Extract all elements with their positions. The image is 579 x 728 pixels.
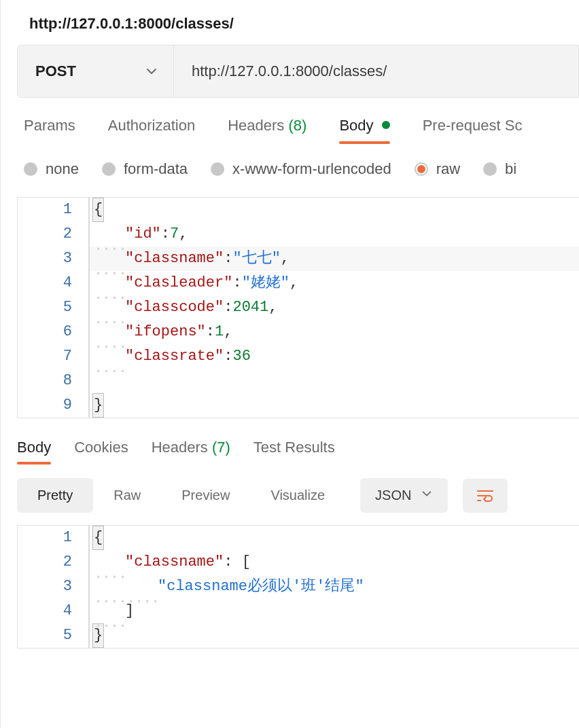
tab-headers[interactable]: Headers (8) (228, 117, 306, 144)
response-format-value: JSON (375, 488, 411, 503)
line-number: 5 (18, 295, 90, 320)
wrap-icon (476, 488, 494, 503)
radio-dot-icon (24, 162, 37, 176)
radio-binary-label: bi (505, 160, 516, 178)
line-number: 7 (18, 344, 90, 369)
line-number: 3 (18, 575, 90, 599)
request-tab-title: http://127.0.0.1:8000/classes/ (1, 0, 579, 45)
code-content: } (90, 623, 579, 648)
line-number: 6 (18, 320, 90, 344)
method-select[interactable]: POST (18, 46, 174, 97)
code-content: "classrate":36 (90, 344, 579, 369)
view-visualize-button[interactable]: Visualize (250, 478, 345, 513)
radio-raw[interactable]: raw (415, 160, 460, 178)
tab-headers-label: Headers (228, 117, 284, 134)
line-number: 3 (18, 247, 90, 271)
line-number: 8 (18, 369, 90, 393)
radio-dot-icon (102, 162, 116, 176)
code-line: 2"id":7, (18, 222, 579, 247)
code-line: 9} (18, 393, 579, 418)
request-config-tabs: Params Authorization Headers (8) Body Pr… (1, 98, 579, 144)
tab-prerequest[interactable]: Pre-request Sc (423, 117, 523, 144)
code-content: "id":7, (90, 222, 579, 247)
code-content: "classname": [ (90, 550, 579, 575)
line-number: 5 (18, 623, 90, 648)
body-changed-dot-icon (382, 121, 390, 129)
url-value: http://127.0.0.1:8000/classes/ (192, 62, 387, 80)
view-raw-button[interactable]: Raw (93, 478, 161, 513)
radio-binary[interactable]: bi (483, 160, 516, 178)
radio-dot-icon (211, 162, 224, 176)
line-number: 4 (18, 271, 90, 295)
tab-headers-count: (8) (289, 117, 307, 134)
code-content: "ifopens":1, (90, 320, 579, 344)
radio-xwww[interactable]: x-www-form-urlencoded (211, 160, 391, 178)
body-type-radios: none form-data x-www-form-urlencoded raw… (1, 144, 579, 185)
line-number: 1 (18, 198, 90, 222)
resp-tab-cookies[interactable]: Cookies (74, 439, 128, 465)
view-mode-group: Pretty Raw Preview Visualize (17, 478, 345, 513)
method-value: POST (35, 62, 76, 80)
tab-params[interactable]: Params (24, 117, 75, 144)
code-content: { (90, 526, 579, 550)
resp-tab-headers[interactable]: Headers (7) (152, 439, 230, 465)
code-content: "classcode":2041, (90, 295, 579, 320)
chevron-down-icon (421, 488, 433, 503)
view-pretty-button[interactable]: Pretty (17, 478, 93, 513)
line-number: 2 (18, 222, 90, 247)
line-number: 2 (18, 550, 90, 575)
radio-dot-icon (415, 162, 428, 176)
code-line: 2"classname": [ (18, 550, 579, 575)
request-bar: POST http://127.0.0.1:8000/classes/ (17, 45, 579, 98)
code-content: "clasleader":"姥姥", (90, 271, 579, 295)
response-tabs: Body Cookies Headers (7) Test Results (1, 418, 579, 465)
code-line: 1{ (18, 526, 579, 550)
wrap-lines-button[interactable] (463, 479, 508, 513)
radio-form-data[interactable]: form-data (102, 160, 188, 178)
url-input[interactable]: http://127.0.0.1:8000/classes/ (174, 46, 578, 97)
response-format-select[interactable]: JSON (360, 478, 448, 513)
view-preview-button[interactable]: Preview (161, 478, 250, 513)
radio-xwww-label: x-www-form-urlencoded (232, 160, 391, 178)
response-view-bar: Pretty Raw Preview Visualize JSON (1, 465, 579, 513)
line-number: 1 (18, 526, 90, 550)
code-line: 1{ (18, 198, 579, 222)
code-content (90, 369, 579, 393)
resp-tab-headers-label: Headers (152, 439, 208, 456)
chevron-down-icon (145, 65, 158, 78)
resp-tab-test-results[interactable]: Test Results (253, 439, 335, 465)
resp-tab-headers-count: (7) (212, 439, 230, 456)
code-content: "classname必须以'班'结尾" (90, 575, 579, 599)
code-content: { (90, 198, 579, 222)
line-number: 9 (18, 393, 90, 418)
line-number: 4 (18, 599, 90, 623)
radio-raw-label: raw (436, 160, 460, 178)
resp-tab-body[interactable]: Body (17, 439, 51, 465)
tab-body[interactable]: Body (339, 117, 389, 144)
code-content: "classname":"七七", (90, 247, 579, 271)
radio-none-label: none (46, 160, 79, 178)
response-body-viewer[interactable]: 1{2"classname": [3"classname必须以'班'结尾"4]5… (17, 525, 579, 649)
radio-none[interactable]: none (24, 160, 79, 178)
tab-body-label: Body (339, 117, 373, 134)
request-body-editor[interactable]: 1{2"id":7,3"classname":"七七",4"clasleader… (17, 197, 579, 418)
code-content: ] (90, 599, 579, 623)
radio-dot-icon (483, 162, 497, 176)
radio-form-data-label: form-data (124, 160, 188, 178)
tab-authorization[interactable]: Authorization (108, 117, 195, 144)
code-content: } (90, 393, 579, 418)
